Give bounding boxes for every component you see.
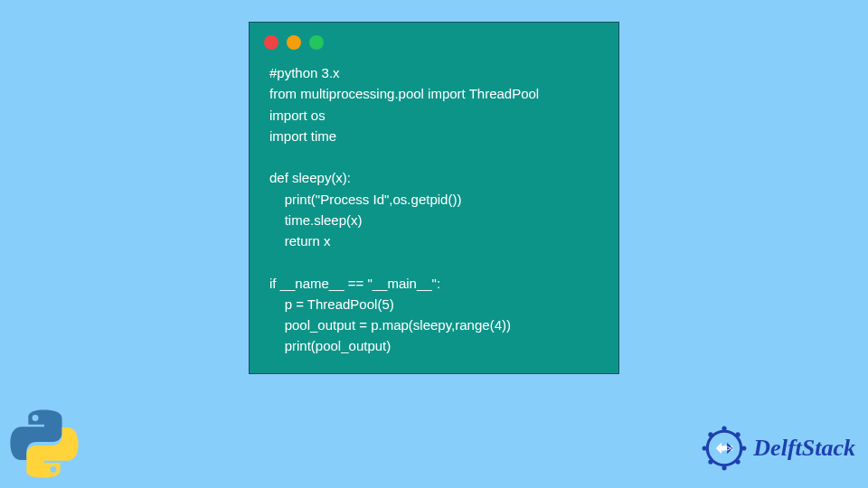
svg-text:</>: </> (717, 443, 732, 453)
svg-point-8 (736, 459, 741, 464)
brand-name: DelftStack (753, 435, 855, 462)
code-block: #python 3.x from multiprocessing.pool im… (250, 55, 618, 357)
brand-badge: </> DelftStack (701, 425, 855, 472)
svg-point-6 (736, 432, 741, 436)
svg-point-7 (709, 459, 713, 464)
close-icon (264, 35, 278, 50)
code-window: #python 3.x from multiprocessing.pool im… (249, 22, 619, 374)
python-logo-icon (9, 408, 80, 479)
svg-point-5 (709, 432, 713, 436)
window-controls (250, 23, 618, 55)
svg-point-3 (703, 446, 707, 450)
svg-point-2 (722, 465, 727, 470)
delftstack-gear-icon: </> (701, 425, 748, 472)
svg-point-4 (742, 446, 747, 450)
svg-point-1 (722, 427, 727, 431)
maximize-icon (309, 35, 324, 50)
minimize-icon (287, 35, 301, 50)
